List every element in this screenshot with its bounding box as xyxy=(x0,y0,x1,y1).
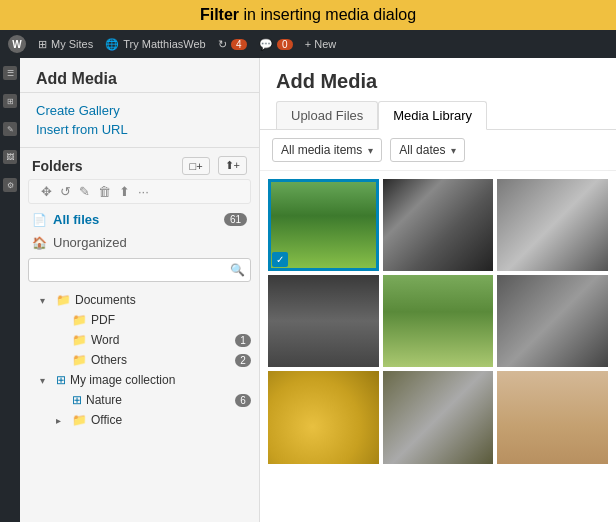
all-files-row[interactable]: 📄 All files 61 xyxy=(20,208,259,231)
admin-sidebar-icon-2[interactable]: ⊞ xyxy=(3,94,17,108)
modal-left-title: Add Media xyxy=(20,58,259,93)
nature-icon: ⊞ xyxy=(72,393,82,407)
image-cell-6[interactable] xyxy=(268,371,379,463)
admin-sidebar-icon-3[interactable]: ✎ xyxy=(3,122,17,136)
tree-item-office[interactable]: ▸ 📁 Office xyxy=(20,410,259,430)
banner-bold: Filter xyxy=(200,6,239,23)
tab-upload-files[interactable]: Upload Files xyxy=(276,101,378,129)
media-modal: Add Media Create Gallery Insert from URL… xyxy=(20,58,616,522)
wp-icon[interactable]: W xyxy=(8,35,26,53)
image-cell-8[interactable] xyxy=(497,371,608,463)
my-image-collection-label: My image collection xyxy=(70,373,251,387)
trash-icon[interactable]: 🗑 xyxy=(98,184,111,199)
filters-row: All media items ▾ All dates ▾ xyxy=(260,130,616,171)
image-thumbnail-3 xyxy=(268,275,379,367)
filter-type-arrow: ▾ xyxy=(368,145,373,156)
admin-bar-updates[interactable]: ↻ 4 xyxy=(218,38,247,51)
folder-tree: ▾ 📁 Documents 📁 PDF 📁 Word xyxy=(20,286,259,522)
tree-item-others[interactable]: 📁 Others 2 xyxy=(20,350,259,370)
others-label: Others xyxy=(91,353,231,367)
create-gallery-link[interactable]: Create Gallery xyxy=(36,101,243,120)
image-thumbnail-5 xyxy=(497,275,608,367)
tree-item-word[interactable]: 📁 Word 1 xyxy=(20,330,259,350)
image-cell-3[interactable] xyxy=(268,275,379,367)
modal-right-title: Add Media xyxy=(276,70,600,93)
unorganized-label: Unorganized xyxy=(53,235,247,250)
office-folder-icon: 📁 xyxy=(72,413,87,427)
chevron-down-icon-2: ▾ xyxy=(40,375,52,386)
tree-item-documents[interactable]: ▾ 📁 Documents xyxy=(20,290,259,310)
image-thumbnail-7 xyxy=(383,371,494,463)
modal-right-header: Add Media Upload Files Media Library xyxy=(260,58,616,130)
office-label: Office xyxy=(91,413,251,427)
pdf-label: PDF xyxy=(91,313,251,327)
image-cell-7[interactable] xyxy=(383,371,494,463)
image-grid: ✓ xyxy=(260,171,616,522)
blog-icon: 🌐 xyxy=(105,38,119,51)
image-thumbnail-2 xyxy=(497,179,608,271)
pdf-folder-icon: 📁 xyxy=(72,313,87,327)
image-cell-4[interactable] xyxy=(383,275,494,367)
admin-bar-blog-name[interactable]: 🌐 Try MatthiasWeb xyxy=(105,38,206,51)
home-icon: 🏠 xyxy=(32,236,47,250)
insert-from-url-link[interactable]: Insert from URL xyxy=(36,120,243,139)
tree-item-pdf[interactable]: 📁 PDF xyxy=(20,310,259,330)
admin-bar-comments[interactable]: 💬 0 xyxy=(259,38,293,51)
move-icon[interactable]: ✥ xyxy=(41,184,52,199)
top-banner: Filter in inserting media dialog xyxy=(0,0,616,30)
updates-icon: ↻ xyxy=(218,38,227,51)
documents-folder-icon: 📁 xyxy=(56,293,71,307)
edit-icon[interactable]: ✎ xyxy=(79,184,90,199)
wp-admin-sidebar: ☰ ⊞ ✎ 🖼 ⚙ xyxy=(0,58,20,522)
documents-label: Documents xyxy=(75,293,251,307)
comments-badge: 0 xyxy=(277,39,293,50)
modal-left-panel: Add Media Create Gallery Insert from URL… xyxy=(20,58,260,522)
admin-sidebar-icon-1[interactable]: ☰ xyxy=(3,66,17,80)
search-icon[interactable]: 🔍 xyxy=(230,263,245,277)
filter-dates-arrow: ▾ xyxy=(451,145,456,156)
banner-rest: in inserting media dialog xyxy=(239,6,416,23)
my-sites-icon: ⊞ xyxy=(38,38,47,51)
file-icon: 📄 xyxy=(32,213,47,227)
upload-icon[interactable]: ⬆ xyxy=(119,184,130,199)
more-icon[interactable]: ··· xyxy=(138,184,149,199)
image-thumbnail-6 xyxy=(268,371,379,463)
chevron-right-icon: ▸ xyxy=(56,415,68,426)
comments-icon: 💬 xyxy=(259,38,273,51)
image-thumbnail-8 xyxy=(497,371,608,463)
unorganized-row[interactable]: 🏠 Unorganized xyxy=(20,231,259,254)
tab-media-library[interactable]: Media Library xyxy=(378,101,487,130)
image-cell-2[interactable] xyxy=(497,179,608,271)
tree-item-nature[interactable]: ⊞ Nature 6 xyxy=(20,390,259,410)
admin-bar: W ⊞ My Sites 🌐 Try MatthiasWeb ↻ 4 💬 0 +… xyxy=(0,30,616,58)
import-button[interactable]: ⬆+ xyxy=(218,156,247,175)
admin-sidebar-icon-4[interactable]: 🖼 xyxy=(3,150,17,164)
word-folder-icon: 📁 xyxy=(72,333,87,347)
admin-bar-new[interactable]: + New xyxy=(305,38,337,50)
others-folder-icon: 📁 xyxy=(72,353,87,367)
new-label: + New xyxy=(305,38,337,50)
nature-label: Nature xyxy=(86,393,231,407)
image-cell-5[interactable] xyxy=(497,275,608,367)
modal-left-links: Create Gallery Insert from URL xyxy=(20,93,259,148)
nature-badge: 6 xyxy=(235,394,251,407)
refresh-icon[interactable]: ↺ xyxy=(60,184,71,199)
modal-overlay: Add Media Create Gallery Insert from URL… xyxy=(20,58,616,522)
word-badge: 1 xyxy=(235,334,251,347)
others-badge: 2 xyxy=(235,354,251,367)
admin-sidebar-icon-5[interactable]: ⚙ xyxy=(3,178,17,192)
tree-item-my-image-collection[interactable]: ▾ ⊞ My image collection xyxy=(20,370,259,390)
admin-bar-my-sites[interactable]: ⊞ My Sites xyxy=(38,38,93,51)
folders-header: Folders □+ ⬆+ xyxy=(20,148,259,179)
collection-icon: ⊞ xyxy=(56,373,66,387)
folders-toolbar: ✥ ↺ ✎ 🗑 ⬆ ··· xyxy=(28,179,251,204)
filter-dates[interactable]: All dates ▾ xyxy=(390,138,465,162)
folder-add-icon: □+ xyxy=(189,160,202,172)
search-input[interactable] xyxy=(28,258,251,282)
new-folder-button[interactable]: □+ xyxy=(182,157,209,175)
image-cell-1[interactable] xyxy=(383,179,494,271)
all-files-badge: 61 xyxy=(224,213,247,226)
word-label: Word xyxy=(91,333,231,347)
filter-media-type[interactable]: All media items ▾ xyxy=(272,138,382,162)
image-cell-0[interactable]: ✓ xyxy=(268,179,379,271)
